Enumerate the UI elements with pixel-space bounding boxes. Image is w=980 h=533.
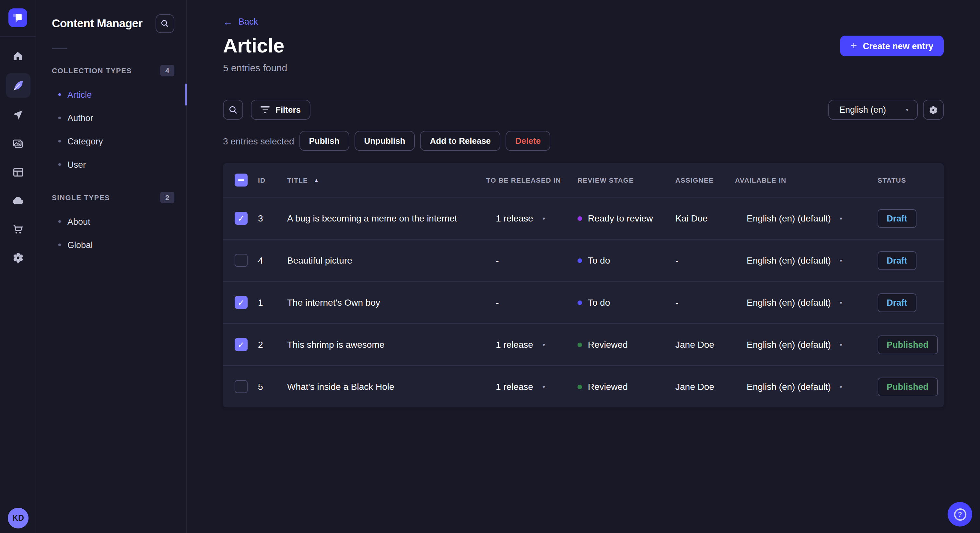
cell-assignee: Kai Doe bbox=[675, 213, 735, 224]
cell-assignee: - bbox=[675, 255, 735, 265]
section-count-badge: 4 bbox=[160, 65, 174, 76]
row-checkbox[interactable] bbox=[235, 254, 248, 267]
table-row[interactable]: 4Beautiful picture-To do-English (en) (d… bbox=[223, 239, 944, 281]
checkbox-cell bbox=[235, 380, 258, 393]
chevron-down-icon: ▼ bbox=[905, 108, 909, 112]
status-badge: Published bbox=[878, 377, 937, 396]
status-badge: Published bbox=[878, 335, 937, 354]
home-icon[interactable] bbox=[5, 45, 30, 67]
chevron-down-icon: ▼ bbox=[839, 384, 843, 389]
bullet-icon bbox=[58, 220, 61, 223]
review-stage-label: Ready to review bbox=[588, 213, 653, 224]
select-all-checkbox[interactable] bbox=[235, 174, 248, 187]
row-checkbox[interactable] bbox=[235, 296, 248, 309]
sidebar-item-category[interactable]: Category bbox=[52, 130, 174, 153]
locale-dropdown[interactable]: English (en) (default)▼ bbox=[735, 381, 867, 392]
table-row[interactable]: 1The internet's Own boy-To do-English (e… bbox=[223, 281, 944, 323]
view-settings-button[interactable] bbox=[923, 100, 944, 120]
settings-gear-icon[interactable] bbox=[5, 246, 30, 269]
column-header-release: TO BE RELEASED IN bbox=[486, 176, 578, 184]
cell-id: 5 bbox=[258, 381, 287, 392]
strapi-logo[interactable] bbox=[8, 8, 27, 27]
add-to-release-button[interactable]: Add to Release bbox=[420, 131, 500, 151]
create-new-entry-button[interactable]: + Create new entry bbox=[840, 36, 944, 56]
column-header-title[interactable]: TITLE ▲ bbox=[287, 176, 486, 184]
status-cell: Draft bbox=[867, 209, 932, 228]
release-dropdown[interactable]: 1 release▼ bbox=[486, 381, 578, 392]
table-row[interactable]: 5What's inside a Black Hole1 release▼Rev… bbox=[223, 365, 944, 408]
checkbox-cell bbox=[235, 296, 258, 309]
column-header-id: ID bbox=[258, 176, 287, 184]
locale-dropdown[interactable]: English (en) (default)▼ bbox=[735, 339, 867, 350]
feather-icon[interactable] bbox=[5, 73, 30, 98]
publish-button[interactable]: Publish bbox=[299, 131, 349, 151]
bullet-icon bbox=[58, 117, 61, 119]
cloud-icon[interactable] bbox=[5, 189, 30, 212]
sidebar-item-about[interactable]: About bbox=[52, 210, 174, 233]
column-header-available-in: AVAILABLE IN bbox=[735, 176, 867, 184]
sidebar-item-label: Author bbox=[67, 113, 93, 123]
table-row[interactable]: 3A bug is becoming a meme on the interne… bbox=[223, 197, 944, 239]
main-nav-rail: KD bbox=[0, 0, 36, 533]
release-value: - bbox=[496, 255, 499, 265]
content-type-builder-icon[interactable] bbox=[5, 160, 30, 183]
sidebar-item-user[interactable]: User bbox=[52, 153, 174, 176]
help-button[interactable]: ? bbox=[948, 502, 972, 527]
unpublish-button[interactable]: Unpublish bbox=[354, 131, 415, 151]
section-label: SINGLE TYPES bbox=[52, 194, 110, 201]
review-stage-dot-icon bbox=[578, 300, 582, 305]
page-title: Article bbox=[223, 36, 284, 56]
review-stage-cell: Reviewed bbox=[578, 339, 675, 350]
user-avatar[interactable]: KD bbox=[8, 508, 29, 528]
locale-dropdown[interactable]: English (en) (default)▼ bbox=[735, 255, 867, 265]
sidebar-item-article[interactable]: Article bbox=[52, 83, 174, 106]
search-icon bbox=[229, 105, 237, 114]
release-dropdown: - bbox=[486, 255, 578, 265]
filters-button[interactable]: Filters bbox=[251, 100, 310, 120]
review-stage-label: Reviewed bbox=[588, 339, 628, 350]
section-label: COLLECTION TYPES bbox=[52, 67, 132, 75]
back-arrow-icon: ← bbox=[223, 17, 233, 27]
table-search-button[interactable] bbox=[223, 100, 243, 120]
sidebar-item-global[interactable]: Global bbox=[52, 233, 174, 257]
strapi-logo-glyph bbox=[12, 12, 23, 23]
release-dropdown[interactable]: 1 release▼ bbox=[486, 339, 578, 350]
release-dropdown[interactable]: 1 release▼ bbox=[486, 213, 578, 224]
sidebar-item-label: Global bbox=[67, 240, 93, 250]
release-value: - bbox=[496, 297, 499, 308]
locale-select[interactable]: English (en) ▼ bbox=[828, 100, 918, 120]
review-stage-label: Reviewed bbox=[588, 381, 628, 392]
review-stage-dot-icon bbox=[578, 342, 582, 347]
table-row[interactable]: 2This shrimp is awesome1 release▼Reviewe… bbox=[223, 323, 944, 365]
release-value: 1 release bbox=[496, 381, 533, 392]
row-checkbox[interactable] bbox=[235, 380, 248, 393]
row-checkbox[interactable] bbox=[235, 212, 248, 225]
chevron-down-icon: ▼ bbox=[541, 216, 546, 220]
cell-title: A bug is becoming a meme on the internet bbox=[287, 213, 486, 224]
cell-assignee: - bbox=[675, 297, 735, 308]
entries-count: 5 entries found bbox=[223, 62, 944, 73]
panel-sections: COLLECTION TYPES4ArticleAuthorCategoryUs… bbox=[52, 65, 174, 257]
status-badge: Draft bbox=[878, 251, 916, 270]
cell-title: This shrimp is awesome bbox=[287, 339, 486, 350]
review-stage-label: To do bbox=[588, 255, 610, 265]
locale-dropdown[interactable]: English (en) (default)▼ bbox=[735, 213, 867, 224]
send-icon[interactable] bbox=[5, 104, 30, 126]
delete-button[interactable]: Delete bbox=[506, 131, 550, 151]
sort-ascending-icon: ▲ bbox=[314, 177, 319, 183]
back-link[interactable]: ← Back bbox=[223, 17, 258, 27]
marketplace-cart-icon[interactable] bbox=[5, 217, 30, 240]
media-library-icon[interactable] bbox=[5, 132, 30, 155]
review-stage-dot-icon bbox=[578, 384, 582, 389]
sidebar-search-button[interactable] bbox=[156, 14, 174, 33]
checkbox-cell bbox=[235, 254, 258, 267]
selection-count: 3 entries selected bbox=[223, 136, 294, 146]
bullet-icon bbox=[58, 163, 61, 166]
row-checkbox[interactable] bbox=[235, 338, 248, 351]
locale-dropdown[interactable]: English (en) (default)▼ bbox=[735, 297, 867, 308]
checkbox-cell bbox=[235, 338, 258, 351]
review-stage-cell: To do bbox=[578, 297, 675, 308]
release-value: 1 release bbox=[496, 213, 533, 224]
sidebar-item-author[interactable]: Author bbox=[52, 106, 174, 130]
bullet-icon bbox=[58, 140, 61, 143]
